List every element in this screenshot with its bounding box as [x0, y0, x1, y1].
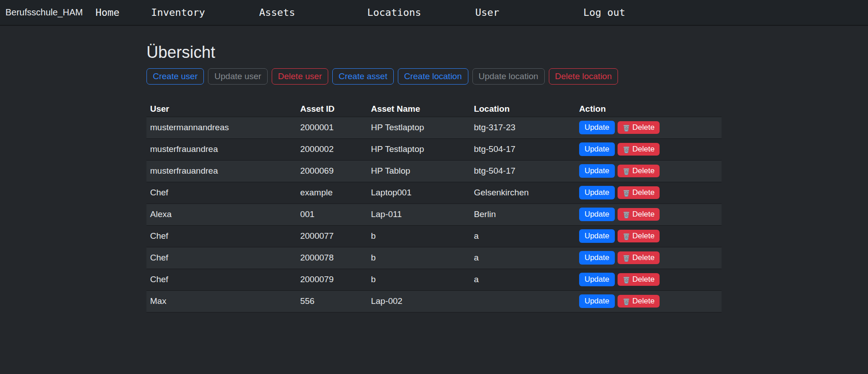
- asset-id-cell: 2000078: [297, 247, 367, 269]
- location-cell: [470, 290, 576, 312]
- update-button[interactable]: Update: [579, 164, 615, 178]
- location-cell: a: [470, 225, 576, 247]
- delete-button[interactable]: Delete: [618, 273, 660, 286]
- user-cell: musterfrauandrea: [146, 138, 297, 160]
- user-cell: Max: [146, 290, 297, 312]
- create-user-button[interactable]: Create user: [146, 68, 204, 85]
- nav-item: Locations: [367, 7, 475, 18]
- asset-name-cell: b: [367, 225, 470, 247]
- user-cell: Chef: [146, 269, 297, 290]
- asset-name-cell: HP Testlaptop: [367, 117, 470, 138]
- table-row: ChefexampleLaptop001GelsenkirchenUpdate …: [146, 182, 722, 204]
- update-button[interactable]: Update: [579, 121, 615, 134]
- action-cell: Update Delete: [576, 225, 722, 247]
- location-cell: a: [470, 247, 576, 269]
- nav-link-assets[interactable]: Assets: [259, 7, 295, 18]
- wastebasket-icon: [623, 189, 630, 197]
- asset-name-cell: Lap-011: [367, 204, 470, 225]
- create-location-button[interactable]: Create location: [398, 68, 468, 85]
- table-row: Chef2000077baUpdate Delete: [146, 225, 722, 247]
- toolbar: Create userUpdate userDelete userCreate …: [146, 68, 722, 85]
- delete-button-label: Delete: [632, 297, 655, 306]
- nav-item: Assets: [259, 7, 367, 18]
- assets-table: UserAsset IDAsset NameLocationAction mus…: [146, 101, 722, 312]
- action-cell: Update Delete: [576, 182, 722, 204]
- action-cell: Update Delete: [576, 247, 722, 269]
- wastebasket-icon: [623, 232, 630, 240]
- column-header-asset-name: Asset Name: [367, 101, 470, 117]
- column-header-asset-id: Asset ID: [297, 101, 367, 117]
- nav-link-user[interactable]: User: [475, 7, 499, 18]
- action-cell: Update Delete: [576, 269, 722, 290]
- delete-button[interactable]: Delete: [618, 165, 660, 177]
- nav-item: Home: [95, 7, 151, 18]
- navbar-brand[interactable]: Berufsschule_HAM: [5, 7, 83, 18]
- nav-item: Inventory: [151, 7, 259, 18]
- table-row: Max556Lap-002Update Delete: [146, 290, 722, 312]
- create-asset-button[interactable]: Create asset: [332, 68, 394, 85]
- delete-button[interactable]: Delete: [618, 230, 660, 242]
- delete-button-label: Delete: [632, 123, 655, 132]
- asset-name-cell: b: [367, 269, 470, 290]
- user-cell: Chef: [146, 182, 297, 204]
- table-row: Chef2000078baUpdate Delete: [146, 247, 722, 269]
- update-button[interactable]: Update: [579, 208, 615, 221]
- table-row: mustermannandreas2000001HP Testlaptopbtg…: [146, 117, 722, 138]
- delete-button[interactable]: Delete: [618, 121, 660, 134]
- table-row: musterfrauandrea2000069HP Tablopbtg-504-…: [146, 160, 722, 182]
- update-user-button[interactable]: Update user: [208, 68, 268, 85]
- action-cell: Update Delete: [576, 204, 722, 225]
- location-cell: Gelsenkirchen: [470, 182, 576, 204]
- asset-id-cell: 2000079: [297, 269, 367, 290]
- location-cell: Berlin: [470, 204, 576, 225]
- action-cell: Update Delete: [576, 117, 722, 138]
- column-header-user: User: [146, 101, 297, 117]
- update-button[interactable]: Update: [579, 273, 615, 286]
- location-cell: btg-504-17: [470, 160, 576, 182]
- delete-button-label: Delete: [632, 166, 655, 175]
- delete-user-button[interactable]: Delete user: [272, 68, 328, 85]
- nav-link-home[interactable]: Home: [95, 7, 119, 18]
- wastebasket-icon: [623, 211, 630, 218]
- wastebasket-icon: [623, 124, 630, 132]
- delete-location-button[interactable]: Delete location: [549, 68, 618, 85]
- action-cell: Update Delete: [576, 138, 722, 160]
- nav-link-logout[interactable]: Log out: [583, 7, 625, 18]
- asset-id-cell: 2000069: [297, 160, 367, 182]
- wastebasket-icon: [623, 276, 630, 284]
- asset-name-cell: Lap-002: [367, 290, 470, 312]
- table-body: mustermannandreas2000001HP Testlaptopbtg…: [146, 117, 722, 312]
- asset-id-cell: 001: [297, 204, 367, 225]
- update-button[interactable]: Update: [579, 142, 615, 156]
- delete-button[interactable]: Delete: [618, 143, 660, 156]
- update-location-button[interactable]: Update location: [472, 68, 545, 85]
- nav-link-inventory[interactable]: Inventory: [151, 7, 205, 18]
- wastebasket-icon: [623, 146, 630, 153]
- asset-id-cell: 2000002: [297, 138, 367, 160]
- update-button[interactable]: Update: [579, 229, 615, 243]
- action-cell: Update Delete: [576, 160, 722, 182]
- delete-button[interactable]: Delete: [618, 208, 660, 221]
- wastebasket-icon: [623, 298, 630, 305]
- table-row: Chef2000079baUpdate Delete: [146, 269, 722, 290]
- column-header-location: Location: [470, 101, 576, 117]
- nav-item: User: [475, 7, 583, 18]
- asset-name-cell: HP Testlaptop: [367, 138, 470, 160]
- nav-item: Log out: [583, 7, 625, 18]
- update-button[interactable]: Update: [579, 251, 615, 265]
- nav-link-locations[interactable]: Locations: [367, 7, 421, 18]
- asset-id-cell: 2000077: [297, 225, 367, 247]
- table-row: musterfrauandrea2000002HP Testlaptopbtg-…: [146, 138, 722, 160]
- delete-button[interactable]: Delete: [618, 251, 660, 264]
- delete-button-label: Delete: [632, 188, 655, 197]
- delete-button[interactable]: Delete: [618, 186, 660, 199]
- action-cell: Update Delete: [576, 290, 722, 312]
- delete-button[interactable]: Delete: [618, 295, 660, 308]
- page-title: Übersicht: [146, 43, 722, 62]
- update-button[interactable]: Update: [579, 186, 615, 199]
- update-button[interactable]: Update: [579, 294, 615, 308]
- asset-id-cell: 2000001: [297, 117, 367, 138]
- table-header-row: UserAsset IDAsset NameLocationAction: [146, 101, 722, 117]
- main-nav: HomeInventoryAssetsLocationsUserLog out: [95, 7, 625, 18]
- delete-button-label: Delete: [632, 145, 655, 154]
